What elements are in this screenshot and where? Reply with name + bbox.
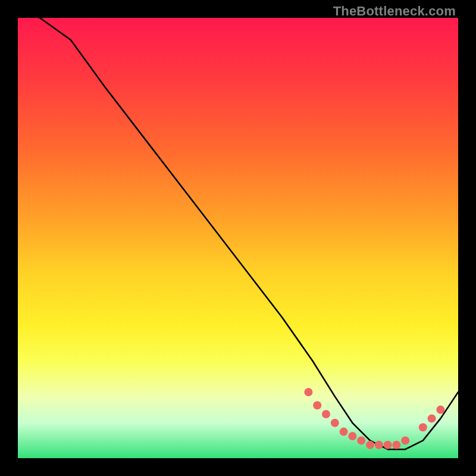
curve-marker [401,436,409,444]
bottleneck-curve [18,9,458,449]
curve-marker [304,388,312,396]
curve-marker [436,406,444,414]
curve-marker [348,432,356,440]
curve-marker [384,441,392,449]
curve-marker [375,441,383,449]
curve-marker [322,410,330,418]
curve-marker [340,428,348,436]
curve-marker [313,401,321,409]
curve-marker [419,423,427,431]
curve-marker [366,441,374,449]
attribution-text: TheBottleneck.com [333,4,456,19]
curve-marker [392,441,400,449]
curve-marker [428,414,436,422]
chart-frame: TheBottleneck.com [0,0,476,476]
curve-marker [331,419,339,427]
chart-overlay [18,18,458,458]
curve-marker [357,436,365,444]
